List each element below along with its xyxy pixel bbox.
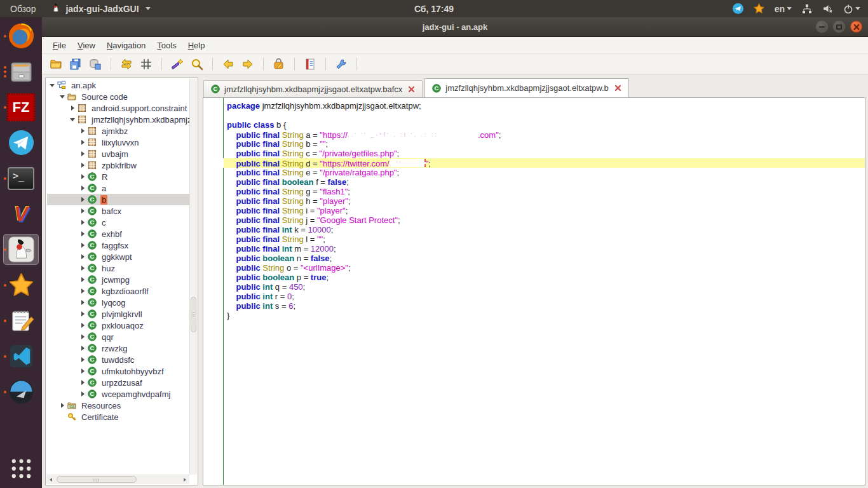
tree-item-c[interactable]: Cc [47,217,189,228]
expand-arrow-icon[interactable] [58,403,66,408]
flatten-packages-button[interactable] [139,57,154,72]
expand-arrow-icon[interactable] [79,357,86,362]
tree-item-wcepamghvdpafmj[interactable]: Cwcepamghvdpafmj [47,388,189,400]
expand-arrow-icon[interactable] [79,231,86,236]
expand-arrow-icon[interactable] [79,163,86,168]
expand-arrow-icon[interactable] [48,84,56,87]
tree-item-resources[interactable]: 010Resources [47,400,189,411]
expand-arrow-icon[interactable] [79,254,86,259]
close-button[interactable] [850,21,862,33]
app-menu[interactable]: jadx-gui-JadxGUI [51,3,150,15]
expand-arrow-icon[interactable] [79,220,86,225]
tree-item-an-apk[interactable]: an.apk [47,79,189,91]
export-button[interactable] [88,57,103,72]
menu-help[interactable]: Help [182,39,211,52]
launcher-item-terminal[interactable]: >_ [3,163,39,194]
network-icon[interactable] [802,4,812,14]
tree-item-tuwddsfc[interactable]: Ctuwddsfc [47,354,189,365]
tree-item-uvbajm[interactable]: uvbajm [47,148,189,159]
expand-arrow-icon[interactable] [79,288,86,294]
tree-item-ajmkbz[interactable]: ajmkbz [47,125,189,137]
expand-arrow-icon[interactable] [79,140,86,145]
power-menu[interactable] [843,4,860,14]
expand-arrow-icon[interactable] [79,243,86,248]
expand-arrow-icon[interactable] [79,369,86,374]
editor-tab-1[interactable]: Cjmzfzllqhjsyhbm.xkdbapmjzjjsgaot.eltxat… [424,78,629,97]
expand-arrow-icon[interactable] [79,334,86,339]
tree-horizontal-scrollbar[interactable] [46,475,189,484]
activities-button[interactable]: Обзор [10,4,36,14]
launcher-item-dome[interactable] [3,376,39,407]
launcher-item-notes[interactable] [3,305,39,336]
log-viewer-button[interactable] [271,57,287,72]
expand-arrow-icon[interactable] [79,323,86,328]
tree-item-plvjmlgkrvll[interactable]: Cplvjmlgkrvll [47,308,189,320]
expand-arrow-icon[interactable] [79,380,86,385]
expand-arrow-icon[interactable] [58,95,66,98]
telegram-tray-icon[interactable] [733,3,743,14]
expand-arrow-icon[interactable] [79,277,86,282]
search-button[interactable] [189,57,205,72]
launcher-item-file-cabinet[interactable] [3,56,39,87]
scroll-left-arrow[interactable] [46,475,55,484]
tree-item-exhbf[interactable]: Cexhbf [47,228,189,240]
tree-item-liixyluvvxn[interactable]: liixyluvvxn [47,137,189,148]
tree-item-r[interactable]: CR [47,171,189,182]
expand-arrow-icon[interactable] [79,391,86,396]
expand-arrow-icon[interactable] [79,151,86,156]
launcher-item-firefox[interactable] [3,20,39,51]
expand-arrow-icon[interactable] [69,105,76,111]
tree-item-lyqcog[interactable]: Clyqcog [47,297,189,308]
expand-arrow-icon[interactable] [79,197,86,202]
tree-item-b[interactable]: Cb [47,194,189,205]
star-tray-icon[interactable] [754,3,764,14]
sync-button[interactable] [119,57,134,72]
menu-navigation[interactable]: Navigation [101,39,151,52]
tree-item-zpbkfrlbw[interactable]: zpbkfrlbw [47,159,189,171]
tree-item-jcwmpg[interactable]: Cjcwmpg [47,274,189,285]
launcher-item-vscode[interactable] [3,341,39,372]
tree-item-jmzfzllqhjsyhbm-xkdbapmjzjjsgaot[interactable]: jmzfzllqhjsyhbm.xkdbapmjzjjsgaot [47,114,189,125]
launcher-item-jadx-duke[interactable] [3,234,39,265]
expand-arrow-icon[interactable] [69,118,76,121]
tab-close-button[interactable] [614,85,621,92]
scroll-right-arrow[interactable] [180,475,189,484]
tree-item-urpzdzusaf[interactable]: Curpzdzusaf [47,377,189,388]
launcher-item-star[interactable] [3,269,39,301]
expand-arrow-icon[interactable] [79,128,86,133]
tree-item-certificate[interactable]: Certificate [47,411,189,423]
tree-item-a[interactable]: Ca [47,182,189,194]
preferences-button[interactable] [334,57,349,72]
menu-view[interactable]: View [72,39,101,52]
tree-item-huz[interactable]: Chuz [47,262,189,274]
tree-item-qqr[interactable]: Cqqr [47,331,189,342]
launcher-item-show-apps[interactable] [3,453,39,484]
maximize-button[interactable] [833,21,845,33]
menu-file[interactable]: File [47,39,72,52]
minimize-button[interactable] [816,21,828,33]
tree-item-rzwzkg[interactable]: Crzwzkg [47,342,189,354]
launcher-item-vius[interactable]: V [3,198,39,229]
tab-close-button[interactable] [408,86,415,93]
expand-arrow-icon[interactable] [79,346,86,351]
code-editor[interactable]: package jmzfzllqhjsyhbm.xkdbapmjzjjsgaot… [203,97,865,485]
forward-button[interactable] [240,57,255,72]
tree-item-source-code[interactable]: Source code [47,91,189,102]
expand-arrow-icon[interactable] [79,186,86,191]
language-indicator[interactable]: en [775,4,792,14]
expand-arrow-icon[interactable] [79,208,86,214]
expand-arrow-icon[interactable] [79,300,86,305]
open-file-button[interactable] [48,57,64,72]
launcher-item-telegram[interactable] [3,127,39,158]
report-button[interactable] [302,57,318,72]
volume-muted-icon[interactable] [822,3,833,14]
scrollbar-thumb[interactable] [191,297,196,332]
tree-item-ufmkutohbyyvbzf[interactable]: Cufmkutohbyyvbzf [47,365,189,377]
launcher-item-filezilla[interactable]: FZ [3,92,39,123]
back-button[interactable] [220,57,236,72]
tree-item-ggkkwpt[interactable]: Cggkkwpt [47,251,189,262]
clock[interactable]: Сб, 17:49 [414,4,454,14]
tree-item-bafcx[interactable]: Cbafcx [47,205,189,217]
tree-vertical-scrollbar[interactable] [189,79,197,475]
tree-item-android-support-constraint[interactable]: android.support.constraint [47,102,189,114]
